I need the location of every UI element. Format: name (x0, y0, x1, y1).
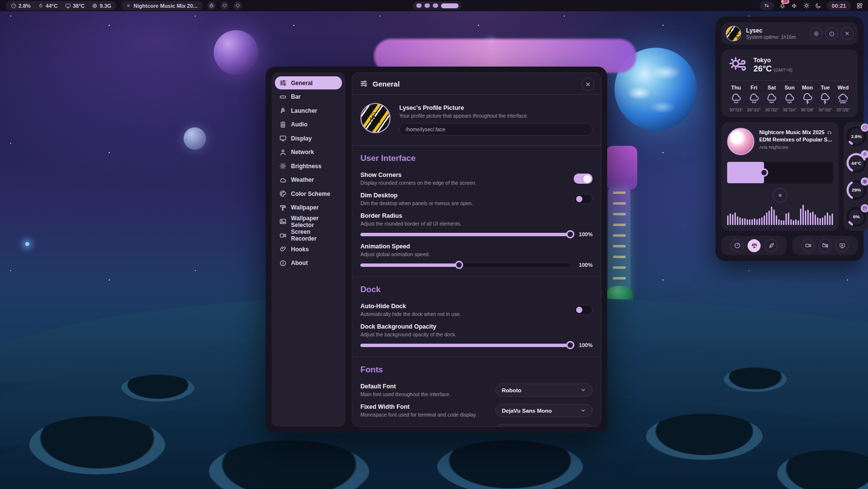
show-corners-toggle[interactable] (574, 174, 593, 184)
visualizer (727, 203, 833, 225)
workspace-active[interactable] (441, 3, 459, 8)
memory-value: 9.3G (100, 3, 111, 9)
sidebar-item-weather[interactable]: Weather (275, 174, 342, 187)
cpu-stat: 2.8% (11, 3, 31, 9)
rain-icon (766, 93, 778, 105)
clock-pill[interactable]: 00:21 (827, 1, 851, 10)
record-button[interactable] (801, 239, 815, 252)
sidebar-item-display[interactable]: Display (275, 132, 342, 145)
settings-button[interactable] (810, 27, 822, 40)
workspace-dot[interactable] (425, 3, 430, 8)
billboard-font-dropdown[interactable] (495, 424, 593, 427)
notifications-button[interactable]: 23 (779, 2, 786, 10)
videocam-icon (279, 232, 287, 239)
night-light-button[interactable] (815, 2, 821, 9)
slider-thumb[interactable] (566, 230, 575, 239)
power-button[interactable] (825, 27, 838, 40)
setting-dock-opacity: Dock Background Opacity Adjust the backg… (360, 323, 593, 348)
setting-dim-desktop: Dim Desktop Dim the desktop when panels … (360, 192, 593, 206)
system-gauges: 2.8% 44°C 29% (844, 122, 868, 231)
close-icon (585, 81, 591, 87)
performance-profile-button[interactable] (731, 239, 744, 252)
roller-icon (279, 204, 287, 211)
sidebar-item-network[interactable]: Network (275, 146, 342, 159)
weather-forecast: Thu 30°/23° Fri 26°/22° Sat 26°/22° Sun (727, 85, 852, 112)
setting-fixed-font: Fixed Width Font Monospace font used for… (360, 403, 593, 418)
capture-toolbar (792, 236, 858, 255)
sun-wind-icon (727, 55, 748, 75)
border-radius-slider[interactable] (360, 233, 570, 236)
cloud-icon (279, 176, 287, 184)
fixed-font-dropdown[interactable]: DejaVu Sans Mono (495, 404, 593, 417)
powersave-profile-button[interactable] (765, 239, 778, 252)
pause-button[interactable] (773, 188, 787, 203)
sidebar-item-color-scheme[interactable]: Color Scheme (275, 187, 342, 200)
media-progress-slider[interactable] (727, 162, 833, 183)
animation-speed-slider[interactable] (360, 263, 570, 267)
profile-path-input[interactable] (399, 123, 593, 136)
dock-opacity-slider[interactable] (360, 344, 570, 347)
system-stats-pill[interactable]: 2.8% 44°C 38°C 9.3G (6, 1, 116, 10)
media-card: Nightcore Music Mix 2025 EDM Remixes of … (721, 122, 839, 231)
slider-thumb[interactable] (455, 261, 463, 269)
workspace-indicator[interactable] (413, 1, 462, 10)
profile-title: Lysec's Profile Picture (399, 105, 593, 111)
content-header: General (352, 73, 601, 95)
forecast-day: Sun 35°/24° (781, 85, 799, 112)
disk-gauge: 6% (846, 206, 867, 227)
sidebar-item-launcher[interactable]: Launcher (275, 104, 342, 117)
chip-icon (861, 177, 868, 186)
sidebar-item-brightness[interactable]: Brightness (275, 159, 342, 173)
close-button[interactable] (581, 78, 595, 91)
bot-button[interactable] (207, 1, 216, 10)
sidebar-item-wallpaper[interactable]: Wallpaper (275, 201, 342, 214)
monitor-icon (279, 135, 287, 142)
balanced-profile-button[interactable] (748, 239, 761, 252)
sidebar-item-audio[interactable]: Audio (275, 118, 342, 131)
temp-value: 44°C (46, 3, 58, 9)
sidebar-item-hooks[interactable]: Hooks (275, 243, 342, 256)
overview-button[interactable] (856, 2, 863, 9)
chip-icon (92, 3, 98, 9)
brightness-button[interactable] (803, 2, 810, 9)
section-fonts: Fonts (360, 357, 593, 377)
heart-button-2[interactable] (234, 1, 242, 10)
user-avatar: ☠ (726, 26, 741, 41)
workspace-dot[interactable] (416, 3, 422, 8)
dim-desktop-toggle[interactable] (574, 194, 593, 204)
volume-button[interactable] (791, 2, 798, 9)
info-icon (279, 260, 287, 267)
auto-hide-dock-toggle[interactable] (574, 305, 593, 315)
network-pill[interactable] (760, 1, 774, 10)
sidebar-item-screen-recorder[interactable]: Screen Recorder (275, 229, 342, 242)
slider-thumb[interactable] (566, 341, 575, 349)
temp-gauge: 44°C (846, 152, 867, 174)
gauge-icon (11, 3, 17, 9)
media-pill[interactable]: Nightcore Music Mix 20... (121, 1, 202, 10)
section-dock: Dock (360, 277, 593, 297)
media-title: Nightcore Music Mix 2025 (759, 129, 825, 136)
camera-off-button[interactable] (818, 239, 832, 252)
profile-description: Your profile picture that appears throug… (399, 113, 593, 119)
rain-icon (730, 93, 742, 105)
settings-sidebar: General Bar Launcher Audio Display Netwo… (272, 72, 345, 427)
sidebar-item-about[interactable]: About (275, 257, 342, 270)
memory-stat: 9.3G (92, 3, 111, 9)
storm-icon (819, 93, 831, 105)
weather-city: Tokyo (753, 57, 792, 64)
workspace-dot[interactable] (433, 3, 438, 8)
media-subtitle: EDM Remixes of Popular S... (759, 136, 832, 143)
default-font-dropdown[interactable]: Roboto (495, 384, 593, 397)
sidebar-item-bar[interactable]: Bar (275, 90, 342, 104)
settings-content: General ☠ Lysec's Profile Picture Your p… (352, 72, 601, 427)
screenshare-button[interactable] (835, 239, 849, 252)
side-panel: ☠ Lysec System uptime: 1h16m Tokyo 26°C(… (715, 17, 864, 261)
rain-icon (748, 93, 760, 105)
sidebar-item-general[interactable]: General (275, 76, 342, 89)
heart-button[interactable] (221, 1, 229, 10)
sidebar-item-wallpaper-selector[interactable]: Wallpaper Selector (275, 215, 342, 228)
slider-thumb[interactable] (760, 169, 768, 177)
close-panel-button[interactable] (841, 27, 853, 40)
forecast-day: Wed 33°/25° (834, 85, 852, 112)
weather-timezone: (GMT+9) (774, 67, 792, 72)
